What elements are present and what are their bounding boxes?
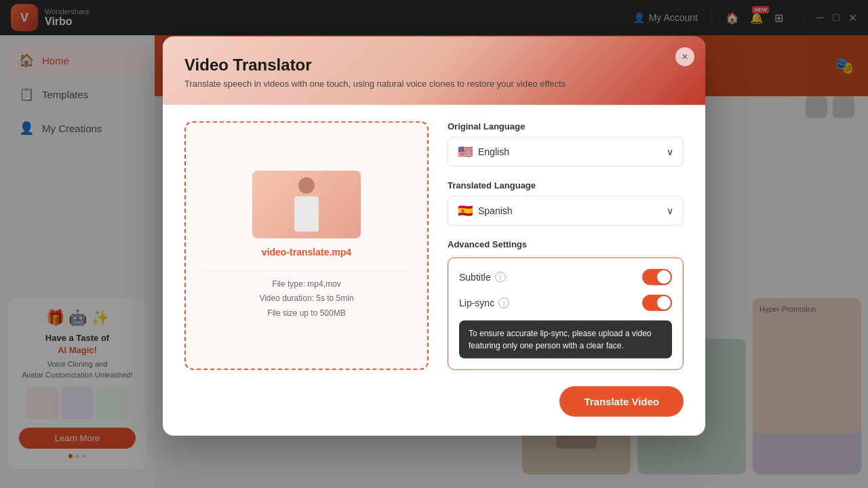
lipsync-tooltip: To ensure accurate lip-sync, please uplo… — [459, 321, 672, 359]
translated-language-label: Translated Language — [448, 180, 684, 190]
divider — [199, 270, 414, 271]
subtitle-setting-name: Subtitle i — [459, 272, 506, 283]
translated-language-value: 🇪🇸 Spanish — [458, 203, 513, 218]
video-translator-modal: Video Translator Translate speech in vid… — [163, 37, 705, 436]
advanced-settings: Advanced Settings Subtitle i Lip-sync — [448, 239, 684, 370]
modal-body: video-translate.mp4 File type: mp4,mov V… — [163, 105, 705, 386]
original-language-flag: 🇺🇸 — [458, 144, 473, 159]
lipsync-toggle[interactable] — [642, 295, 672, 311]
settings-panel: Original Language 🇺🇸 English ∨ Translate… — [429, 121, 684, 370]
subtitle-label: Subtitle — [459, 272, 491, 283]
translate-video-button[interactable]: Translate Video — [559, 386, 684, 417]
video-file-type: File type: mp4,mov — [272, 277, 340, 291]
lipsync-setting-name: Lip-sync i — [459, 298, 509, 308]
modal-header: Video Translator Translate speech in vid… — [163, 37, 705, 105]
original-language-chevron: ∨ — [667, 146, 673, 157]
settings-box: Subtitle i Lip-sync i — [448, 258, 684, 370]
translated-language-select[interactable]: 🇪🇸 Spanish ∨ — [448, 196, 684, 226]
lipsync-setting-row: Lip-sync i — [459, 295, 672, 311]
video-duration: Video duration: 5s to 5min — [259, 291, 353, 306]
translated-language-text: Spanish — [478, 205, 513, 216]
original-language-value: 🇺🇸 English — [458, 144, 509, 159]
subtitle-info-icon[interactable]: i — [495, 272, 506, 283]
video-filename: video-translate.mp4 — [262, 246, 351, 257]
modal-subtitle: Translate speech in videos with one touc… — [184, 79, 684, 89]
modal-footer: Translate Video — [163, 386, 705, 436]
modal-title: Video Translator — [184, 56, 684, 75]
advanced-settings-label: Advanced Settings — [448, 239, 684, 249]
subtitle-toggle[interactable] — [642, 269, 672, 285]
lipsync-label: Lip-sync — [459, 298, 494, 308]
original-language-label: Original Language — [448, 121, 684, 131]
original-language-text: English — [478, 146, 509, 157]
translated-language-chevron: ∨ — [667, 205, 673, 216]
lipsync-info-icon[interactable]: i — [498, 298, 509, 308]
tooltip-text: To ensure accurate lip-sync, please uplo… — [469, 329, 652, 350]
video-thumbnail — [252, 170, 361, 238]
original-language-select[interactable]: 🇺🇸 English ∨ — [448, 137, 684, 167]
video-file-size: File size up to 500MB — [267, 306, 345, 321]
translated-language-flag: 🇪🇸 — [458, 203, 473, 218]
modal-close-button[interactable]: × — [675, 47, 694, 66]
upload-area[interactable]: video-translate.mp4 File type: mp4,mov V… — [184, 121, 429, 370]
subtitle-setting-row: Subtitle i — [459, 269, 672, 285]
